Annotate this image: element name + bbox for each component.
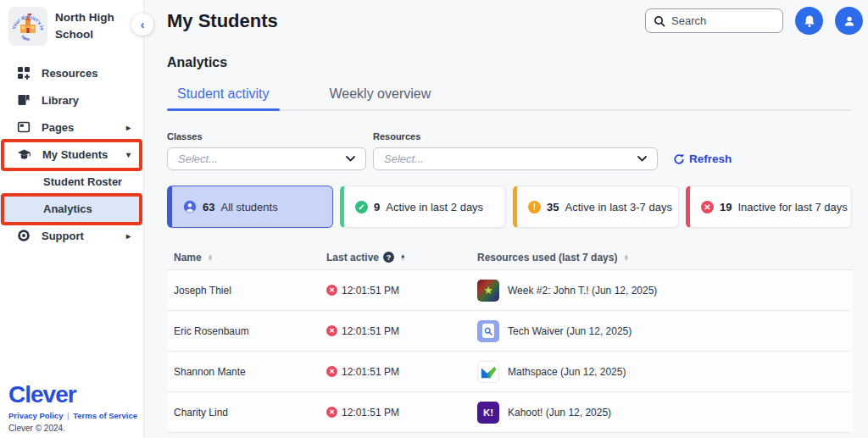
sidebar-item-pages[interactable]: Pages ▸ [0,114,142,141]
nav-label: Pages [42,121,115,134]
account-button[interactable] [835,7,863,35]
last-active-time: 12:01:51 PM [342,285,399,297]
card-label: Active in last 3-7 days [565,201,671,213]
nav-label: Support [42,230,115,242]
copyright-text: Clever © 2024. [8,424,137,433]
sidebar-item-my-students[interactable]: My Students ▾ [0,141,142,168]
summary-cards: 63 All students ✓ 9 Active in last 2 day… [167,186,852,228]
resource-label: Kahoot! (Jun 12, 2025) [508,407,611,419]
classes-filter: Classes Select... [167,131,366,170]
chevron-down-icon [346,156,355,162]
sort-icon: ▲▼ [208,254,213,260]
check-icon: ✓ [355,201,368,213]
column-label: Last active [326,252,379,263]
column-label: Name [174,252,202,263]
school-name: North High School [55,9,136,42]
chevron-down-icon: ▾ [126,150,131,159]
card-label: Inactive for last 7 days [737,201,847,213]
card-label: All students [220,201,277,213]
nav-label: Resources [42,67,131,80]
inactive-status-icon: ✕ [326,325,337,336]
table-row[interactable]: Eric Rosenbaum ✕ 12:01:51 PM Te [167,311,852,352]
user-avatar-icon [843,14,856,28]
card-all-students[interactable]: 63 All students [167,186,333,228]
search-icon [654,15,665,27]
card-count: 63 [203,201,214,213]
sidebar-item-library[interactable]: Library [0,86,142,114]
sidebar-item-student-roster[interactable]: Student Roster [0,168,142,195]
inactive-status-icon: ✕ [326,285,337,296]
app-window: Your district's logo here North High Sch… [0,0,868,438]
sidebar-item-support[interactable]: Support ▸ [0,222,142,249]
sidebar-item-resources[interactable]: Resources [0,59,142,86]
card-count: 35 [547,201,559,213]
district-logo: Your district's logo here [8,7,47,46]
sort-asc-icon: ▲▼ [400,254,405,260]
last-active-time: 12:01:51 PM [342,325,399,337]
tab-student-activity[interactable]: Student activity [167,81,280,109]
book-icon [17,93,31,107]
resources-label: Resources [373,131,658,141]
collapse-chevron-icon: ‹ [141,18,145,31]
table-row[interactable]: Joseph Thiel ✕ 12:01:51 PM ★ Week #2: Jo… [167,270,852,311]
link-separator: | [67,411,69,420]
tab-bar: Student activity Weekly overview [167,81,852,111]
table-row[interactable]: Charity Lind ✕ 12:01:51 PM K! Kahoot! (J… [167,392,852,433]
graduation-cap-icon [17,147,31,161]
sidebar-collapse-button[interactable]: ‹ [131,14,153,36]
classes-label: Classes [167,131,366,141]
column-header-last-active[interactable]: Last active ? ▲▼ [326,252,477,263]
last-active-time: 12:01:51 PM [342,407,399,419]
resource-cell: Mathspace (Jun 12, 2025) [477,361,852,383]
notifications-button[interactable] [795,7,823,35]
column-header-name[interactable]: Name ▲▼ [174,252,326,263]
resource-label: Week #2: John T.! (Jun 12, 2025) [508,285,657,297]
bell-icon [803,14,816,28]
inactive-status-icon: ✕ [326,366,337,377]
x-circle-icon: ✕ [701,201,714,213]
resource-cell: ★ Week #2: John T.! (Jun 12, 2025) [477,280,852,302]
resources-select[interactable]: Select... [373,147,658,170]
search-box [645,8,783,33]
sort-icon: ▲▼ [623,254,628,260]
star-icon: ★ [483,284,493,297]
resource-cell: Tech Waiver (Jun 12, 2025) [477,320,852,342]
privacy-policy-link[interactable]: Privacy Policy [8,411,63,420]
last-active-cell: ✕ 12:01:51 PM [326,325,477,337]
magnifier-icon [484,327,492,335]
card-inactive-7-days[interactable]: ✕ 19 Inactive for last 7 days [686,186,852,228]
tech-waiver-logo [477,320,499,342]
card-active-2-days[interactable]: ✓ 9 Active in last 2 days [340,186,506,228]
refresh-icon [673,153,685,165]
last-active-cell: ✕ 12:01:51 PM [326,407,477,419]
terms-of-service-link[interactable]: Terms of Service [73,411,137,420]
chevron-down-icon [637,156,647,162]
page-title: My Students [167,10,278,32]
page-icon [17,120,31,134]
student-name: Shannon Mante [174,366,326,378]
card-count: 9 [374,201,380,213]
nav-label: Analytics [43,202,131,215]
resource-label: Tech Waiver (Jun 12, 2025) [508,325,632,337]
table-row[interactable]: Shannon Mante ✕ 12:01:51 PM Mathspace (J… [167,352,852,392]
card-active-3-7-days[interactable]: ! 35 Active in last 3-7 days [513,186,679,228]
students-table: Name ▲▼ Last active ? ▲▼ Resources used … [167,245,852,433]
warning-icon: ! [528,201,541,213]
resource-cell: K! Kahoot! (Jun 12, 2025) [477,402,852,424]
last-active-cell: ✕ 12:01:51 PM [326,366,477,378]
card-label: Active in last 2 days [386,201,483,213]
search-input[interactable] [671,14,765,27]
person-icon [183,200,197,213]
sidebar: Your district's logo here North High Sch… [0,0,144,438]
column-header-resources-used[interactable]: Resources used (last 7 days) ▲▼ [477,252,852,263]
sidebar-item-analytics[interactable]: Analytics [0,195,142,222]
school-header: Your district's logo here North High Sch… [0,0,143,46]
refresh-button[interactable]: Refresh [673,147,732,170]
classes-select[interactable]: Select... [167,147,366,170]
card-count: 19 [720,201,732,213]
help-icon[interactable]: ? [383,252,394,263]
kahoot-logo: K! [477,402,499,424]
chevron-right-icon: ▸ [126,231,131,241]
tab-weekly-overview[interactable]: Weekly overview [320,81,442,109]
chevron-right-icon: ▸ [126,123,131,132]
